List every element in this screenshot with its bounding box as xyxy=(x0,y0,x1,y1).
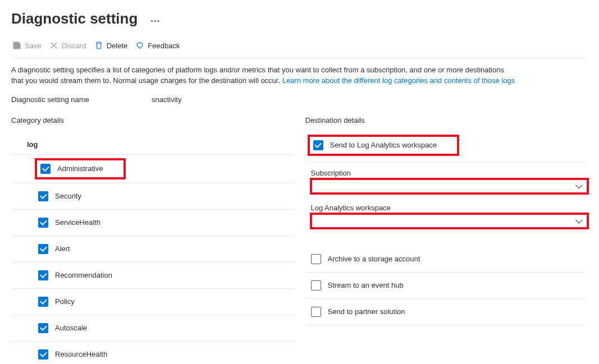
category-details-header: Category details xyxy=(11,116,294,125)
setting-name-label: Diagnostic setting name xyxy=(11,95,152,104)
category-label-security: Security xyxy=(55,192,81,200)
category-row-servicehealth: ServiceHealth xyxy=(11,210,294,236)
feedback-icon xyxy=(135,41,144,50)
category-row-policy: Policy xyxy=(11,289,294,315)
subscription-field: Subscription xyxy=(305,169,588,193)
category-row-administrative-wrap: Administrative xyxy=(11,158,294,179)
checkbox-policy[interactable] xyxy=(38,297,48,307)
save-icon xyxy=(12,41,21,50)
category-row-recommendation: Recommendation xyxy=(11,262,294,289)
delete-button[interactable]: Delete xyxy=(93,39,134,52)
law-field: Log Analytics workspace xyxy=(305,204,588,228)
law-label: Log Analytics workspace xyxy=(311,204,588,212)
delete-label: Delete xyxy=(107,42,128,50)
feedback-button[interactable]: Feedback xyxy=(134,39,185,52)
checkbox-recommendation[interactable] xyxy=(38,270,48,280)
category-label-autoscale: Autoscale xyxy=(55,324,87,332)
content-columns: Category details log Administrative Secu… xyxy=(11,116,588,364)
delete-icon xyxy=(94,41,103,50)
destination-details-column: Destination details Send to Log Analytic… xyxy=(305,116,588,364)
dest-row-archive: Archive to a storage account xyxy=(305,246,588,273)
dest-row-partner: Send to partner solution xyxy=(305,299,588,325)
category-label-resourcehealth: ResourceHealth xyxy=(55,350,107,358)
law-dropdown[interactable] xyxy=(311,214,588,228)
category-row-security: Security xyxy=(11,183,294,210)
category-label-administrative: Administrative xyxy=(57,164,103,173)
feedback-label: Feedback xyxy=(148,42,180,50)
checkbox-archive[interactable] xyxy=(311,254,321,264)
checkbox-resourcehealth[interactable] xyxy=(38,349,48,360)
checkbox-administrative[interactable] xyxy=(40,164,51,174)
more-icon[interactable]: … xyxy=(150,13,161,25)
checkbox-servicehealth[interactable] xyxy=(38,218,48,228)
subscription-dropdown[interactable] xyxy=(311,179,588,193)
page-title-text: Diagnostic setting xyxy=(11,10,138,27)
send-la-wrap: Send to Log Analytics workspace xyxy=(305,135,588,156)
partner-label: Send to partner solution xyxy=(328,307,405,316)
category-row-resourcehealth: ResourceHealth xyxy=(11,342,294,364)
category-row-autoscale: Autoscale xyxy=(11,315,294,342)
category-row-alert: Alert xyxy=(11,236,294,262)
checkbox-stream[interactable] xyxy=(311,280,321,291)
category-list: Administrative Security ServiceHealth Al… xyxy=(11,158,294,364)
stream-label: Stream to an event hub xyxy=(328,281,404,289)
category-label-servicehealth: ServiceHealth xyxy=(55,218,100,227)
checkbox-partner[interactable] xyxy=(311,307,321,317)
discard-label: Discard xyxy=(62,42,86,50)
discard-button[interactable]: Discard xyxy=(48,39,92,52)
send-la-label: Send to Log Analytics workspace xyxy=(330,141,437,149)
setting-name-value: snactivity xyxy=(152,95,181,104)
description-text: A diagnostic setting specifies a list of… xyxy=(11,65,516,86)
checkbox-security[interactable] xyxy=(38,191,48,201)
setting-name-row: Diagnostic setting name snactivity xyxy=(11,95,588,104)
category-label-policy: Policy xyxy=(55,297,75,306)
row-divider xyxy=(305,162,588,162)
highlight-administrative: Administrative xyxy=(35,158,126,179)
save-button[interactable]: Save xyxy=(11,39,47,52)
toolbar: Save Discard Delete Feedback xyxy=(11,32,588,58)
checkbox-send-la[interactable] xyxy=(313,140,323,150)
destination-details-header: Destination details xyxy=(305,116,588,125)
log-section-header: log xyxy=(11,135,294,155)
learn-more-link[interactable]: Learn more about the different log categ… xyxy=(282,76,515,85)
checkbox-alert[interactable] xyxy=(38,244,48,254)
save-label: Save xyxy=(25,42,42,50)
discard-icon xyxy=(49,41,58,50)
highlight-send-la: Send to Log Analytics workspace xyxy=(308,135,460,156)
category-label-recommendation: Recommendation xyxy=(55,271,112,279)
category-details-column: Category details log Administrative Secu… xyxy=(11,116,294,364)
checkbox-autoscale[interactable] xyxy=(38,323,48,333)
subscription-label: Subscription xyxy=(311,169,588,177)
archive-label: Archive to a storage account xyxy=(328,255,420,263)
category-label-alert: Alert xyxy=(55,245,70,253)
toolbar-divider xyxy=(11,58,588,58)
dest-row-stream: Stream to an event hub xyxy=(305,273,588,299)
page-title: Diagnostic setting … xyxy=(11,0,588,32)
